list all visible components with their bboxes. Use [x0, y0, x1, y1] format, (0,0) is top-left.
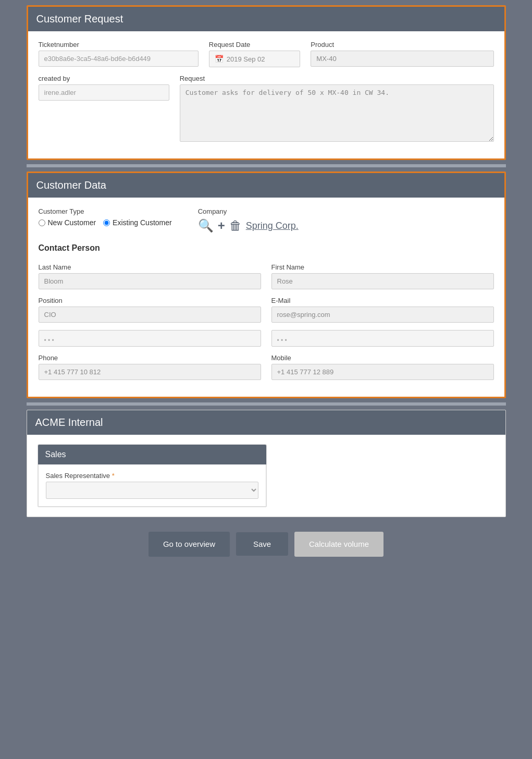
mobile-group: Mobile [271, 354, 494, 380]
phone-mobile-row: Phone Mobile [39, 354, 494, 380]
phone-input[interactable] [39, 364, 261, 380]
form-row-2: created by irene.adler Request [39, 75, 494, 142]
save-button[interactable]: Save [236, 532, 288, 556]
phone-label: Phone [39, 354, 261, 362]
mobile-input[interactable] [271, 364, 494, 380]
first-name-label: First Name [271, 263, 494, 271]
product-label: Product [311, 41, 493, 48]
acme-internal-body: Sales Sales Representative [27, 435, 505, 517]
created-by-label: created by [39, 75, 169, 82]
sales-section: Sales Sales Representative [38, 444, 267, 507]
first-name-group: First Name [271, 263, 494, 289]
customer-request-title: Customer Request [36, 13, 123, 25]
bottom-bar: Go to overview Save Calculate volume [27, 521, 506, 567]
request-label: Request [180, 75, 494, 82]
product-group: Product [311, 41, 493, 67]
company-search-icon[interactable]: 🔍 [198, 218, 214, 233]
request-textarea[interactable] [180, 84, 494, 142]
ticketnumber-value: e30b8a6e-3ca5-48a6-bd6e-b6d449 [39, 51, 199, 67]
partial-row [39, 330, 494, 347]
new-customer-radio[interactable] [39, 219, 45, 226]
sales-rep-label: Sales Representative [46, 472, 258, 480]
request-group: Request [180, 75, 494, 142]
last-name-input[interactable] [39, 273, 261, 289]
acme-internal-section: ACME Internal Sales Sales Representative [27, 410, 506, 517]
customer-data-title: Customer Data [36, 179, 107, 191]
customer-data-header: Customer Data [28, 173, 504, 198]
mobile-label: Mobile [271, 354, 494, 362]
request-date-value: 📅 2019 Sep 02 [209, 51, 301, 67]
customer-type-label: Customer Type [39, 207, 84, 215]
request-date-label: Request Date [209, 41, 301, 48]
sales-rep-select[interactable] [46, 482, 258, 499]
company-group: Company 🔍 + 🗑 Spring Corp. [198, 207, 494, 233]
sales-header: Sales [38, 445, 266, 464]
last-name-label: Last Name [39, 263, 261, 271]
customer-request-section: Customer Request Ticketnumber e30b8a6e-3… [27, 5, 506, 160]
existing-customer-option[interactable]: Existing Customer [103, 218, 172, 227]
customer-type-radio-group: New Customer Existing Customer [39, 218, 172, 227]
goto-overview-button[interactable]: Go to overview [149, 532, 230, 557]
company-name[interactable]: Spring Corp. [246, 221, 299, 231]
company-add-icon[interactable]: + [218, 218, 225, 233]
new-customer-label: New Customer [48, 218, 96, 227]
position-group: Position [39, 297, 261, 323]
position-input[interactable] [39, 307, 261, 323]
blur-field-right [271, 330, 494, 347]
position-email-row: Position E-Mail [39, 297, 494, 323]
company-label: Company [198, 207, 227, 215]
customer-type-company-row: Customer Type New Customer Existing Cust… [39, 207, 494, 233]
calendar-icon: 📅 [215, 55, 224, 63]
divider-1 [27, 164, 506, 167]
position-label: Position [39, 297, 261, 304]
existing-customer-radio[interactable] [103, 219, 110, 226]
email-group: E-Mail [271, 297, 494, 323]
acme-internal-header: ACME Internal [27, 410, 505, 435]
created-by-value: irene.adler [39, 84, 169, 101]
ticketnumber-label: Ticketnumber [39, 41, 199, 48]
calculate-volume-button[interactable]: Calculate volume [294, 532, 383, 557]
phone-group: Phone [39, 354, 261, 380]
first-name-input[interactable] [271, 273, 494, 289]
product-input[interactable] [311, 51, 493, 67]
divider-2 [27, 402, 506, 406]
last-name-group: Last Name [39, 263, 261, 289]
company-controls: 🔍 + 🗑 Spring Corp. [198, 218, 494, 233]
acme-internal-title: ACME Internal [35, 417, 103, 428]
company-delete-icon[interactable]: 🗑 [229, 218, 242, 233]
sales-rep-group: Sales Representative [46, 472, 258, 499]
created-by-group: created by irene.adler [39, 75, 169, 142]
ticketnumber-group: Ticketnumber e30b8a6e-3ca5-48a6-bd6e-b6d… [39, 41, 199, 67]
blur-field-left [39, 330, 261, 347]
customer-data-section: Customer Data Customer Type New Customer… [27, 172, 506, 398]
customer-request-header: Customer Request [28, 7, 504, 31]
request-date-group: Request Date 📅 2019 Sep 02 [209, 41, 301, 67]
sales-body: Sales Representative [38, 464, 266, 507]
email-label: E-Mail [271, 297, 494, 304]
contact-person-title: Contact Person [39, 243, 494, 255]
existing-customer-label: Existing Customer [113, 218, 172, 227]
customer-type-group: Customer Type New Customer Existing Cust… [39, 207, 172, 227]
new-customer-option[interactable]: New Customer [39, 218, 96, 227]
email-input[interactable] [271, 307, 494, 323]
name-row: Last Name First Name [39, 263, 494, 289]
form-row-1: Ticketnumber e30b8a6e-3ca5-48a6-bd6e-b6d… [39, 41, 494, 67]
